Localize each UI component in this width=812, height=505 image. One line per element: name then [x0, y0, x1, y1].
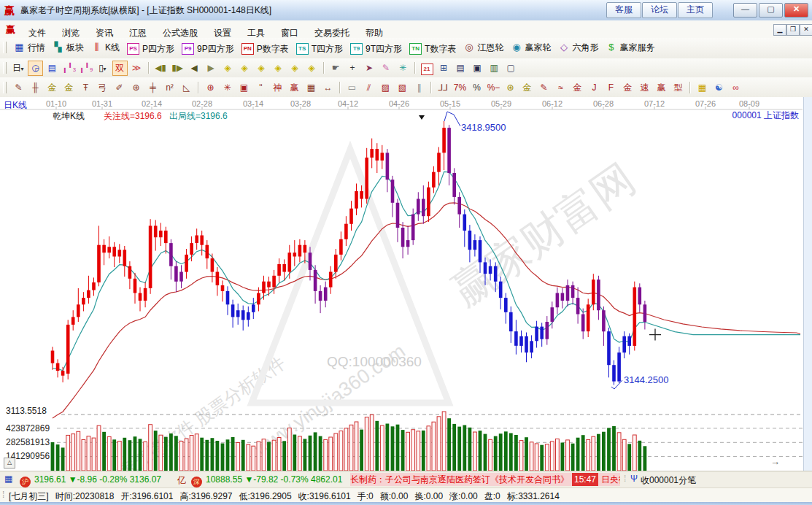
chart3-icon[interactable]: ╻╹₃: [61, 61, 77, 76]
calendar-icon[interactable]: 21: [419, 61, 435, 76]
gann-diamond-left-icon[interactable]: ◈: [220, 61, 236, 76]
pattern-teal-icon[interactable]: ✳: [395, 61, 411, 76]
type-tool-icon[interactable]: 型: [670, 80, 686, 96]
chart-window-icon[interactable]: ◶: [28, 61, 43, 76]
export-icon[interactable]: ▥: [487, 61, 502, 76]
k-mark-icon[interactable]: ʺ: [253, 80, 268, 96]
price-volume-plot[interactable]: [0, 97, 812, 471]
gold-grid1-icon[interactable]: 金: [45, 80, 60, 96]
draw-pink-icon[interactable]: ✎: [379, 61, 394, 76]
histogram-icon[interactable]: ⅃⅃: [436, 80, 451, 96]
select-a-icon[interactable]: ➤: [362, 61, 377, 76]
parallel-icon[interactable]: ∥: [411, 80, 427, 96]
compass-circle-icon[interactable]: ⊕: [128, 80, 144, 96]
system-icon[interactable]: ▢: [503, 61, 519, 76]
grid-hatch-icon[interactable]: ▧: [395, 80, 410, 96]
toolbar-button-pn-table[interactable]: PNP数字表: [238, 39, 293, 58]
f-grid-icon[interactable]: Ŧ: [78, 80, 93, 96]
infinity-icon[interactable]: ∞: [728, 80, 743, 96]
pct-icon[interactable]: %: [469, 80, 484, 96]
save-icon[interactable]: ▣: [470, 61, 485, 76]
toolbar-button-t9-square[interactable]: T99T四方形: [347, 39, 406, 58]
color-bars-icon[interactable]: ≫: [129, 61, 144, 76]
toolbar-button-ps-square[interactable]: PSP四方形: [123, 39, 178, 58]
toolbar-grip[interactable]: [3, 42, 7, 53]
color-grid-icon[interactable]: ▦: [695, 80, 710, 96]
dual-k-icon[interactable]: 双: [112, 61, 128, 76]
mdi-restore-button[interactable]: ❐: [786, 24, 800, 36]
f-line-icon[interactable]: F: [603, 80, 619, 96]
toolbar-button-tn-table[interactable]: TNT数字表: [406, 39, 460, 58]
dropdown-arrow-icon[interactable]: ▼: [102, 66, 107, 72]
yinyang-icon[interactable]: ☯: [711, 80, 727, 96]
gann-diamond-cross-icon[interactable]: ◈: [271, 61, 286, 76]
forum-button[interactable]: 论坛: [642, 2, 677, 18]
vertical-scrollbar[interactable]: [803, 97, 812, 471]
toolbar-button-gann-wheel[interactable]: ◎江恩轮: [460, 38, 507, 57]
n2-tool-icon[interactable]: n²: [162, 80, 177, 96]
go-first-icon[interactable]: ◀▮: [153, 61, 169, 76]
set-square-icon[interactable]: ◺: [179, 80, 194, 96]
minimize-button[interactable]: —: [733, 3, 757, 18]
toolbar-button-ts-square[interactable]: TST四方形: [293, 39, 347, 58]
expand-pane-button[interactable]: △: [4, 458, 15, 469]
gann-diamond-star-icon[interactable]: ◈: [287, 61, 303, 76]
gann-diamond-move-icon[interactable]: ◈: [304, 61, 320, 76]
pen2-icon[interactable]: ✐: [112, 80, 127, 96]
quote-grid-icon[interactable]: ▦: [4, 474, 12, 484]
candle-style-icon[interactable]: ▯▼: [96, 61, 111, 76]
toolbar-button-p9-square[interactable]: P99P四方形: [178, 39, 238, 58]
window-split-icon[interactable]: 日▼: [11, 61, 26, 76]
box-tool-icon[interactable]: ▭: [344, 80, 360, 96]
gann-diamond-width-icon[interactable]: ◈: [254, 61, 269, 76]
gann-target-icon[interactable]: ⊕: [203, 80, 218, 96]
calculator-icon[interactable]: ⊞: [436, 61, 452, 76]
ying-line-icon[interactable]: 赢: [654, 80, 669, 96]
pct-line-icon[interactable]: %−: [486, 80, 501, 96]
toolbar-button-market-grid[interactable]: ▦行情: [10, 38, 49, 57]
shen-tool-icon[interactable]: 神: [270, 80, 285, 96]
feed-label[interactable]: 收000001分笔: [641, 474, 696, 487]
bow-tool-icon[interactable]: 弓: [95, 80, 110, 96]
mdi-close-button[interactable]: ✕: [800, 24, 812, 36]
close-button[interactable]: ✕: [784, 3, 808, 18]
go-last-icon[interactable]: ▮▶: [170, 61, 185, 76]
toolbar-grip[interactable]: [3, 62, 7, 74]
ying-tool-icon[interactable]: 赢: [287, 80, 302, 96]
ruler2-icon[interactable]: ╪: [145, 80, 161, 96]
gold-grid2-icon[interactable]: 金: [61, 80, 77, 96]
grid-fill-icon[interactable]: ▨: [378, 80, 393, 96]
homepage-button[interactable]: 主页: [678, 2, 713, 18]
info-list-icon[interactable]: ▤: [45, 61, 60, 76]
comb-ruler-icon[interactable]: ╫: [28, 80, 43, 96]
notepad-icon[interactable]: ▤: [453, 61, 468, 76]
dropdown-arrow-icon[interactable]: ▼: [20, 66, 25, 72]
gann-diamond-right-icon[interactable]: ◈: [237, 61, 252, 76]
news-ticker[interactable]: 长制药：子公司与南京逐陆医药签订《技术开发合同书》15:47日央行副行: [350, 473, 620, 486]
grid123-icon[interactable]: ▦: [303, 80, 319, 96]
box-target-icon[interactable]: ▣: [236, 80, 252, 96]
width-tool-icon[interactable]: ↔: [320, 80, 336, 96]
toolbar-grip[interactable]: [3, 82, 7, 93]
toolbar-button-hexagon[interactable]: ◇六角形: [554, 38, 602, 57]
prev-icon[interactable]: ◀: [187, 61, 202, 76]
gold-line-icon[interactable]: 金: [519, 80, 535, 96]
scroll-right-arrow[interactable]: →: [770, 456, 780, 467]
toolbar-button-sectors[interactable]: ▚板块: [49, 38, 88, 57]
fan-lines-icon[interactable]: ⫽: [361, 80, 376, 96]
toolbar-button-winner-wheel[interactable]: ◉赢家轮: [507, 38, 554, 57]
gold-circle-icon[interactable]: ⊛: [503, 80, 518, 96]
toolbar-button-service[interactable]: $赢家服务: [602, 38, 658, 57]
brush3-icon[interactable]: ✎: [536, 80, 552, 96]
speed-line-icon[interactable]: 速: [637, 80, 652, 96]
gold-line2-icon[interactable]: 金: [570, 80, 585, 96]
starburst-icon[interactable]: ✳: [220, 80, 235, 96]
toolbar-button-kline[interactable]: ⫼K线: [88, 38, 123, 57]
j-line-icon[interactable]: J: [587, 80, 602, 96]
mdi-minimize-button[interactable]: ▁: [773, 24, 786, 36]
maximize-button[interactable]: ▢: [759, 3, 783, 18]
pct7-icon[interactable]: 7%: [452, 80, 468, 96]
customer-service-button[interactable]: 客服: [606, 2, 641, 18]
wave-tool-icon[interactable]: ≈: [553, 80, 568, 96]
crosshair-icon[interactable]: +: [345, 61, 360, 76]
